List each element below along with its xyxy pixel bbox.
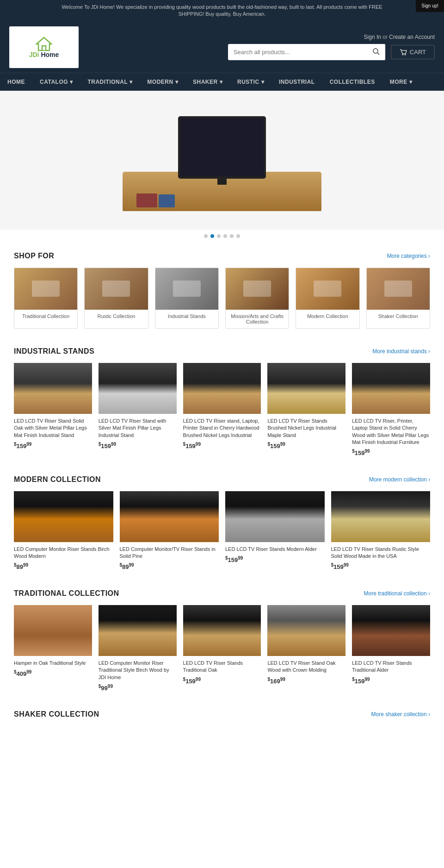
carousel-dot-5[interactable] — [230, 234, 234, 238]
industrial-product-4[interactable]: LED LCD TV Riser Stands Brushed Nickel L… — [267, 363, 345, 457]
carousel-dot-2[interactable] — [210, 234, 214, 238]
category-industrial[interactable]: Industrial Stands — [155, 268, 219, 329]
industrial-more-link[interactable]: More industrial stands › — [372, 348, 430, 355]
carousel-dot-4[interactable] — [223, 234, 227, 238]
industrial-product-2[interactable]: LED LCD TV Riser Stand with Silver Mat F… — [99, 363, 177, 457]
modern-section: MODERN COLLECTION More modern collection… — [14, 475, 430, 571]
traditional-product-5-name: LED LCD TV Riser Stands Traditional Alde… — [352, 660, 430, 674]
shaker-more-link[interactable]: More shaker collection › — [371, 711, 430, 718]
traditional-product-5[interactable]: LED LCD TV Riser Stands Traditional Alde… — [352, 605, 430, 692]
traditional-product-4-img — [267, 605, 345, 656]
traditional-product-2-price: $9999 — [99, 684, 177, 692]
traditional-more-link[interactable]: More traditional collection › — [364, 590, 430, 597]
nav-traditional[interactable]: TRADITIONAL ▾ — [80, 73, 140, 91]
traditional-product-3-img — [183, 605, 261, 656]
category-rustic-img — [85, 268, 148, 310]
cart-button[interactable]: CART — [391, 45, 435, 59]
traditional-product-3[interactable]: LED LCD TV Riser Stands Traditional Oak … — [183, 605, 261, 692]
industrial-product-3-img — [183, 363, 261, 414]
category-rustic[interactable]: Rustic Collection — [84, 268, 148, 329]
modern-product-1-price: $8999 — [14, 562, 113, 570]
create-account-link[interactable]: Create an Account — [389, 34, 435, 40]
category-shaker-img — [367, 268, 430, 310]
category-modern-img — [296, 268, 359, 310]
cart-label: CART — [410, 49, 426, 56]
category-shaker-label: Shaker Collection — [367, 310, 430, 323]
traditional-product-5-img — [352, 605, 430, 656]
modern-product-3-price: $15999 — [225, 556, 325, 563]
search-button[interactable] — [367, 44, 385, 60]
nav-catalog[interactable]: CATALOG ▾ — [32, 73, 80, 91]
traditional-product-4[interactable]: LED LCD TV Riser Stand Oak Wood with Cro… — [267, 605, 345, 692]
industrial-product-1-price: $15999 — [14, 442, 92, 450]
signup-corner[interactable]: Sign up! — [416, 0, 444, 12]
carousel-dot-3[interactable] — [217, 234, 221, 238]
category-mission-img — [226, 268, 289, 310]
industrial-product-2-name: LED LCD TV Riser Stand with Silver Mat F… — [99, 418, 177, 439]
category-shaker[interactable]: Shaker Collection — [366, 268, 430, 329]
sign-in-link[interactable]: Sign In — [364, 34, 381, 40]
traditional-product-2-name: LED Computer Monitor Riser Traditional S… — [99, 660, 177, 681]
modern-product-2[interactable]: LED Computer Monitor/TV Riser Stands in … — [120, 491, 219, 571]
category-mission[interactable]: Mission/Arts and Crafts Collection — [225, 268, 289, 329]
shaker-header: SHAKER COLLECTION More shaker collection… — [14, 710, 430, 718]
search-bar — [228, 44, 385, 60]
industrial-product-1[interactable]: LED LCD TV Riser Stand Solid Oak with Si… — [14, 363, 92, 457]
nav-collectibles[interactable]: COLLECTIBLES — [322, 73, 382, 91]
industrial-product-4-name: LED LCD TV Riser Stands Brushed Nickel L… — [267, 418, 345, 439]
traditional-product-3-price: $15999 — [183, 677, 261, 685]
industrial-product-3-name: LED LCD TV Riser stand, Laptop, Printer … — [183, 418, 261, 439]
traditional-product-grid: Hamper in Oak Traditional Style $40999 L… — [14, 605, 430, 692]
shop-for-section: SHOP FOR More categories › Traditional C… — [14, 252, 430, 329]
carousel-dot-1[interactable] — [204, 234, 208, 238]
industrial-product-3[interactable]: LED LCD TV Riser stand, Laptop, Printer … — [183, 363, 261, 457]
modern-more-link[interactable]: More modern collection › — [369, 476, 430, 483]
modern-product-4[interactable]: LED LCD TV Riser Stands Rustic Style Sol… — [331, 491, 431, 571]
search-cart-row: CART — [92, 44, 435, 60]
header-right: Sign In or Create an Account — [79, 34, 435, 60]
traditional-product-1-name: Hamper in Oak Traditional Style — [14, 660, 92, 667]
category-traditional[interactable]: Traditional Collection — [14, 268, 78, 329]
industrial-product-3-price: $15999 — [183, 442, 261, 450]
industrial-header: INDUSTRIAL STANDS More industrial stands… — [14, 347, 430, 356]
industrial-product-5-name: LED LCD TV Riser, Printer, Laptop Stand … — [352, 418, 430, 446]
category-grid: Traditional Collection Rustic Collection… — [14, 268, 430, 329]
traditional-product-1[interactable]: Hamper in Oak Traditional Style $40999 — [14, 605, 92, 692]
category-modern-label: Modern Collection — [296, 310, 359, 323]
nav-industrial[interactable]: INDUSTRIAL — [271, 73, 322, 91]
account-links: Sign In or Create an Account — [364, 34, 435, 40]
industrial-product-5[interactable]: LED LCD TV Riser, Printer, Laptop Stand … — [352, 363, 430, 457]
category-traditional-label: Traditional Collection — [14, 310, 77, 323]
logo[interactable]: JDi Home — [9, 26, 79, 68]
modern-product-4-price: $15999 — [331, 562, 431, 570]
nav-home[interactable]: HOME — [0, 73, 32, 91]
traditional-product-2-img — [99, 605, 177, 656]
industrial-product-4-price: $15999 — [267, 442, 345, 450]
search-input[interactable] — [228, 45, 367, 59]
shaker-section: SHAKER COLLECTION More shaker collection… — [14, 710, 430, 718]
industrial-product-1-img — [14, 363, 92, 414]
industrial-product-5-price: $15999 — [352, 449, 430, 456]
shop-for-more-link[interactable]: More categories › — [387, 253, 430, 259]
category-modern[interactable]: Modern Collection — [296, 268, 359, 329]
modern-product-1[interactable]: LED Computer Monitor Riser Stands Birch … — [14, 491, 113, 571]
nav-more[interactable]: MORE ▾ — [382, 73, 419, 91]
industrial-product-5-img — [352, 363, 430, 414]
modern-product-3[interactable]: LED LCD TV Riser Stands Modern Alder $15… — [225, 491, 325, 571]
main-nav: HOME CATALOG ▾ TRADITIONAL ▾ MODERN ▾ SH… — [0, 73, 444, 91]
carousel-dot-6[interactable] — [236, 234, 240, 238]
industrial-product-2-img — [99, 363, 177, 414]
nav-rustic[interactable]: RUSTIC ▾ — [230, 73, 271, 91]
shop-for-header: SHOP FOR More categories › — [14, 252, 430, 260]
traditional-section: TRADITIONAL COLLECTION More traditional … — [14, 589, 430, 692]
shop-for-title: SHOP FOR — [14, 252, 54, 260]
banner-text: Welcome To JDi Home! We specialize in pr… — [62, 4, 382, 17]
svg-line-3 — [377, 53, 379, 55]
industrial-product-1-name: LED LCD TV Riser Stand Solid Oak with Si… — [14, 418, 92, 439]
logo-house-icon — [36, 37, 52, 51]
traditional-product-3-name: LED LCD TV Riser Stands Traditional Oak — [183, 660, 261, 674]
nav-modern[interactable]: MODERN ▾ — [140, 73, 185, 91]
traditional-product-2[interactable]: LED Computer Monitor Riser Traditional S… — [99, 605, 177, 692]
nav-shaker[interactable]: SHAKER ▾ — [185, 73, 230, 91]
traditional-product-1-price: $40999 — [14, 669, 92, 677]
